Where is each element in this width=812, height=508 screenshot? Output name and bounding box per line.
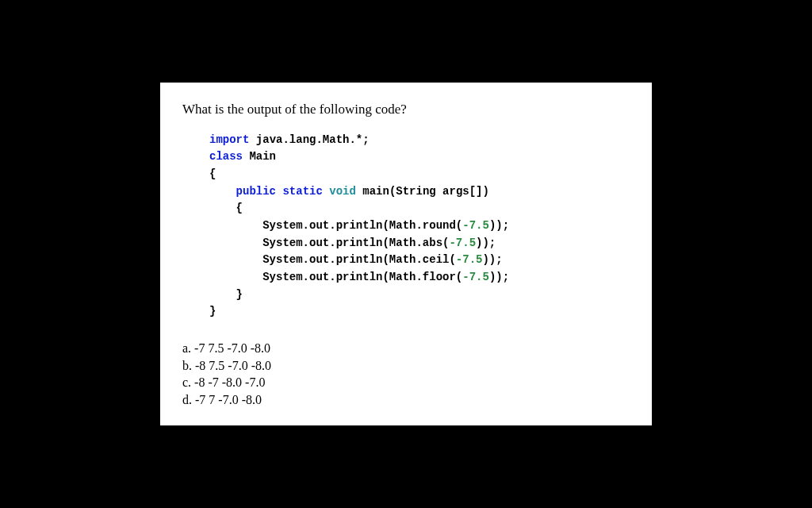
code-text: ));	[476, 237, 496, 249]
code-text: System.out.println(Math.round(	[209, 219, 462, 232]
keyword-import: import	[209, 133, 249, 146]
code-text: java.lang.Math.*;	[249, 133, 369, 146]
number-literal: -7.5	[462, 219, 489, 232]
question-card: What is the output of the following code…	[160, 83, 652, 426]
keyword-static: static	[282, 185, 322, 198]
brace-close-inner: }	[209, 288, 243, 301]
code-text: main(String args[])	[356, 185, 489, 198]
option-b: b. -8 7.5 -7.0 -8.0	[182, 357, 630, 375]
brace-close: }	[209, 305, 216, 318]
number-literal: -7.5	[449, 237, 476, 249]
option-c: c. -8 -7 -8.0 -7.0	[182, 374, 630, 391]
answer-options: a. -7 7.5 -7.0 -8.0 b. -8 7.5 -7.0 -8.0 …	[182, 340, 630, 408]
code-text: Main	[243, 150, 276, 163]
keyword-public: public	[236, 185, 276, 198]
brace-open: {	[209, 167, 216, 180]
code-text: System.out.println(Math.abs(	[209, 237, 449, 249]
code-block: import java.lang.Math.*; class Main { pu…	[209, 132, 630, 321]
keyword-class: class	[209, 150, 243, 163]
keyword-void: void	[329, 185, 356, 198]
code-text: ));	[489, 219, 509, 232]
code-text: ));	[482, 253, 502, 266]
option-d: d. -7 7 -7.0 -8.0	[182, 391, 630, 409]
number-literal: -7.5	[462, 271, 489, 283]
number-literal: -7.5	[456, 253, 483, 266]
question-text: What is the output of the following code…	[182, 102, 630, 117]
code-text: ));	[489, 271, 509, 283]
option-a: a. -7 7.5 -7.0 -8.0	[182, 340, 630, 357]
code-text: System.out.println(Math.ceil(	[209, 253, 456, 266]
code-text: System.out.println(Math.floor(	[209, 271, 462, 283]
brace-open-inner: {	[209, 202, 243, 214]
